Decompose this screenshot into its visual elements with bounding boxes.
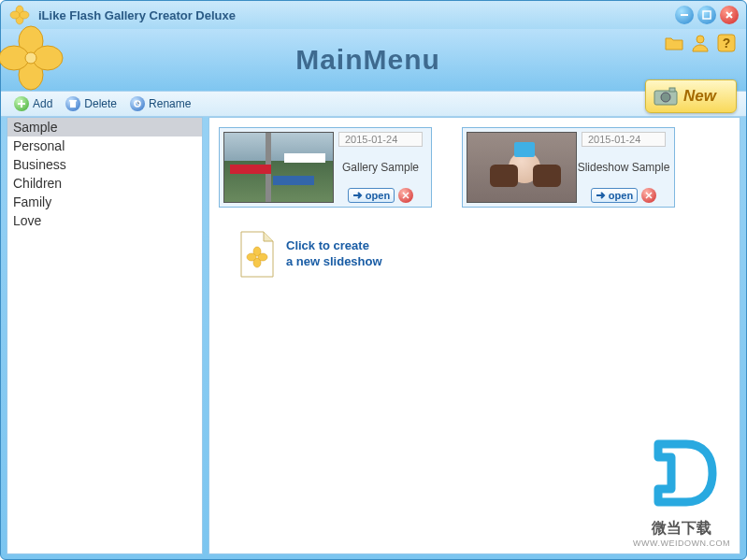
thumbnail-image	[223, 132, 334, 203]
create-line1: Click to create	[286, 238, 382, 254]
minimize-button[interactable]	[675, 6, 694, 24]
document-icon	[237, 230, 277, 279]
x-icon	[645, 192, 653, 199]
card-info: 2015-01-24 Gallery Sample open	[334, 132, 427, 203]
svg-rect-5	[703, 11, 711, 19]
svg-text:?: ?	[723, 36, 731, 50]
card-actions: open	[348, 188, 413, 203]
new-button-label: New	[683, 87, 716, 106]
svg-point-23	[258, 253, 267, 261]
svg-point-8	[0, 46, 29, 70]
window-title: iLike Flash Gallery Creator Deluxe	[38, 8, 675, 22]
svg-point-2	[10, 11, 20, 19]
header-icons: ?	[664, 33, 737, 53]
svg-point-9	[33, 46, 63, 70]
new-button[interactable]: New	[645, 79, 737, 113]
delete-label: Delete	[84, 97, 117, 110]
cards-row: 2015-01-24 Gallery Sample open	[219, 127, 730, 208]
maximize-button[interactable]	[697, 6, 716, 24]
content-area: Sample Personal Business Children Family…	[1, 117, 746, 560]
open-label: open	[609, 190, 633, 201]
card-delete-button[interactable]	[398, 188, 413, 203]
app-logo-icon	[8, 4, 31, 26]
category-sidebar: Sample Personal Business Children Family…	[7, 117, 203, 554]
open-button[interactable]: open	[591, 188, 638, 203]
rename-button[interactable]: Rename	[126, 94, 194, 113]
app-window: iLike Flash Gallery Creator Deluxe MainM…	[0, 0, 747, 560]
rename-label: Rename	[149, 97, 191, 110]
category-item[interactable]: Family	[7, 193, 202, 211]
camera-icon	[654, 86, 678, 107]
card-actions: open	[591, 188, 656, 203]
close-button[interactable]	[720, 6, 739, 24]
rename-icon	[130, 96, 145, 111]
delete-icon	[65, 96, 80, 111]
card-date: 2015-01-24	[582, 132, 666, 147]
svg-point-11	[697, 36, 704, 43]
add-label: Add	[33, 97, 52, 110]
category-item[interactable]: Sample	[7, 118, 202, 136]
svg-rect-4	[681, 14, 688, 16]
watermark-text1: 微当下载	[633, 519, 730, 538]
card-name: Slideshow Sample	[578, 147, 670, 188]
category-item[interactable]: Children	[7, 174, 202, 193]
svg-rect-16	[669, 88, 675, 92]
create-new-text: Click to create a new slideshow	[286, 238, 382, 270]
category-item[interactable]: Love	[7, 211, 202, 230]
card-info: 2015-01-24 Slideshow Sample open	[577, 132, 670, 203]
page-title: MainMenu	[65, 44, 746, 76]
watermark-text2: WWW.WEIDOWN.COM	[633, 538, 730, 548]
folder-icon[interactable]	[664, 33, 684, 53]
add-button[interactable]: Add	[10, 94, 56, 113]
category-item[interactable]: Personal	[7, 136, 202, 155]
gallery-card[interactable]: 2015-01-24 Slideshow Sample open	[462, 127, 675, 208]
svg-point-15	[661, 93, 670, 102]
create-line2: a new slideshow	[286, 254, 382, 270]
svg-point-22	[247, 253, 256, 261]
arrow-right-icon	[352, 191, 364, 200]
clover-logo-icon	[0, 24, 65, 92]
main-panel: 2015-01-24 Gallery Sample open	[208, 117, 740, 554]
card-date: 2015-01-24	[338, 132, 423, 147]
open-button[interactable]: open	[348, 188, 395, 203]
titlebar: iLike Flash Gallery Creator Deluxe	[1, 1, 746, 29]
user-icon[interactable]	[690, 33, 711, 53]
watermark: 微当下载 WWW.WEIDOWN.COM	[633, 433, 730, 548]
create-new-slideshow[interactable]: Click to create a new slideshow	[237, 230, 730, 279]
gallery-card[interactable]: 2015-01-24 Gallery Sample open	[219, 127, 432, 208]
x-icon	[402, 192, 409, 199]
open-label: open	[366, 190, 390, 201]
header: MainMenu ? New	[1, 29, 746, 91]
plus-icon	[14, 96, 29, 111]
svg-point-10	[25, 52, 36, 64]
card-delete-button[interactable]	[641, 188, 656, 203]
window-controls	[675, 6, 739, 24]
delete-button[interactable]: Delete	[62, 94, 121, 113]
card-name: Gallery Sample	[342, 147, 419, 188]
arrow-right-icon	[596, 191, 607, 200]
toolbar: Add Delete Rename	[1, 91, 746, 117]
svg-rect-17	[70, 101, 76, 108]
watermark-logo-icon	[641, 433, 722, 513]
svg-point-3	[20, 11, 29, 19]
svg-rect-18	[69, 100, 77, 102]
help-icon[interactable]: ?	[716, 33, 737, 53]
thumbnail-image	[467, 132, 577, 203]
category-item[interactable]: Business	[7, 155, 202, 174]
